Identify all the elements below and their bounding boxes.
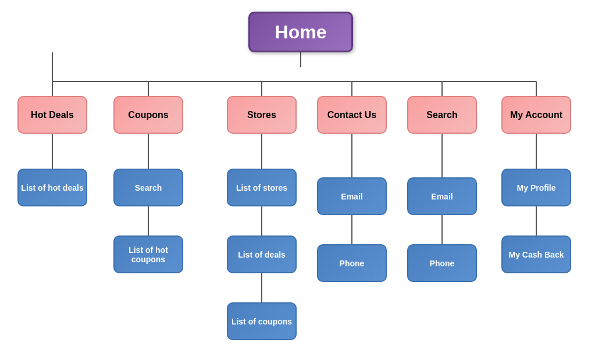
stores-node: Stores [227, 96, 297, 134]
mycashback-node: My Cash Back [501, 235, 571, 273]
list-hot-coupons-node: List of hot coupons [113, 235, 183, 273]
list-coupons-node: List of coupons [227, 302, 297, 340]
hotdeals-label: Hot Deals [31, 110, 74, 120]
search-label: Search [426, 110, 457, 120]
stores-label: Stores [247, 110, 276, 120]
contactus-label: Contact Us [327, 110, 376, 120]
contactus-node: Contact Us [317, 96, 387, 134]
coupons-node: Coupons [113, 96, 183, 134]
email-search-label: Email [431, 192, 453, 201]
myprofile-label: My Profile [517, 183, 556, 192]
sitemap-diagram: Home Hot Deals Coupons Stores Contact Us… [0, 0, 602, 364]
phone-search-node: Phone [407, 244, 477, 282]
coupons-label: Coupons [128, 110, 168, 120]
phone-contact-node: Phone [317, 244, 387, 282]
myprofile-node: My Profile [501, 169, 571, 206]
list-stores-label: List of stores [236, 183, 287, 192]
email-search-node: Email [407, 177, 477, 215]
email-contact-label: Email [341, 192, 362, 201]
email-contact-node: Email [317, 177, 387, 215]
phone-search-label: Phone [430, 259, 455, 268]
list-hot-coupons-label: List of hot coupons [115, 245, 182, 264]
home-label: Home [275, 22, 327, 43]
list-stores-node: List of stores [227, 169, 297, 206]
search-coupons-label: Search [135, 183, 162, 192]
mycashback-label: My Cash Back [509, 250, 564, 259]
list-coupons-label: List of coupons [231, 317, 292, 326]
search-coupons-node: Search [113, 169, 183, 206]
search-node: Search [407, 96, 477, 134]
home-node: Home [248, 12, 353, 52]
list-hot-deals-node: List of hot deals [17, 169, 87, 206]
phone-contact-label: Phone [340, 259, 365, 268]
hotdeals-node: Hot Deals [17, 96, 87, 134]
myaccount-label: My Account [510, 110, 562, 120]
list-hot-deals-label: List of hot deals [21, 183, 83, 192]
list-deals-node: List of deals [227, 235, 297, 273]
myaccount-node: My Account [501, 96, 571, 134]
list-deals-label: List of deals [238, 250, 286, 259]
